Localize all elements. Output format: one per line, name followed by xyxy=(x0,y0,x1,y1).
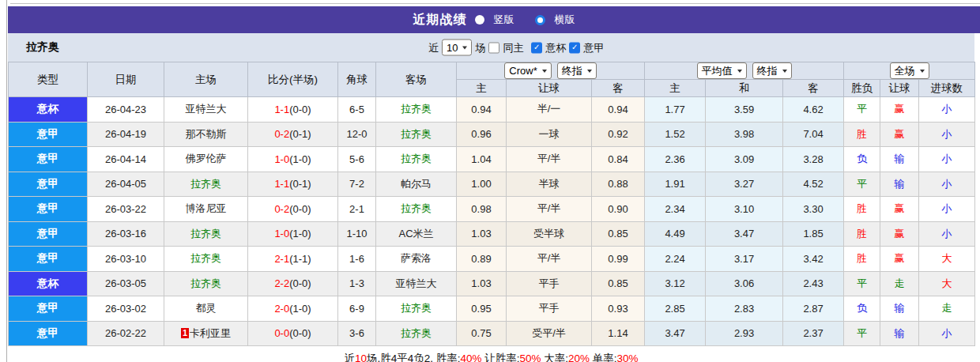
summary-bar: 近10场,胜4平4负2, 胜率:40% 让胜率:50% 大率:20% 单率:30… xyxy=(8,346,974,362)
recent-results-panel: 近期战绩 竖版 横版 拉齐奥 近 10 场 同主 意杯 意甲 xyxy=(8,6,980,362)
asian-home-odds-cell: 1.03 xyxy=(457,221,507,247)
asian-kind-select[interactable]: 终指 xyxy=(557,62,597,79)
corners-cell: 1-6 xyxy=(338,247,376,272)
vertical-layout-radio[interactable] xyxy=(475,15,484,25)
euro-away-odds-cell: 3.28 xyxy=(783,147,844,172)
asian-home-odds-cell: 1.00 xyxy=(457,172,507,197)
league-filter-checkbox[interactable] xyxy=(569,42,580,53)
asian-home-odds-cell: 1.03 xyxy=(457,271,507,296)
cup-filter-checkbox[interactable] xyxy=(531,42,542,53)
asian-away-odds-cell: 0.85 xyxy=(592,221,645,247)
handicap-result-cell: 赢 xyxy=(880,97,919,123)
euro-away-odds-cell: 2.87 xyxy=(783,296,844,322)
euro-home-odds-cell: 3.12 xyxy=(645,271,706,296)
euro-away-odds-cell: 7.04 xyxy=(783,122,844,147)
table-row: 意甲26-03-02都灵2-0(1-0)6-9拉齐奥0.95平手0.932.85… xyxy=(9,296,975,322)
panel-title: 近期战绩 xyxy=(413,12,467,28)
score-cell: 1-0(1-0) xyxy=(248,221,338,247)
euro-away-odds-cell: 3.30 xyxy=(783,197,844,222)
goals-result-subheader: 进球数 xyxy=(919,80,975,97)
asian-away-odds-cell: 0.92 xyxy=(592,122,645,147)
same-home-checkbox[interactable] xyxy=(488,42,499,53)
table-row: 意杯26-03-05拉齐奥2-2(0-0)1-3亚特兰大1.03平手0.853.… xyxy=(9,271,975,296)
score-cell: 2-1(1-1) xyxy=(248,247,338,272)
away-team-cell: 帕尔马 xyxy=(376,172,457,197)
euro-company-select[interactable]: 平均值 xyxy=(697,62,747,79)
summary-part: 40% xyxy=(460,353,481,362)
corners-cell: 6-5 xyxy=(338,97,376,123)
asian-away-odds-cell: 0.90 xyxy=(592,197,645,222)
date-cell: 26-04-19 xyxy=(88,122,164,147)
chevron-down-icon xyxy=(462,46,467,49)
result-group-header: 全场 xyxy=(844,62,975,80)
home-team-cell: 都灵 xyxy=(164,296,248,322)
chevron-down-icon xyxy=(737,70,742,73)
asian-company-select[interactable]: Crow* xyxy=(504,62,551,79)
away-team-cell: 拉齐奥 xyxy=(376,197,457,222)
euro-draw-odds-cell: 2.93 xyxy=(706,321,783,346)
asian-home-odds-cell: 0.75 xyxy=(457,321,507,346)
result-cell: 负 xyxy=(844,147,880,172)
euro-kind-select[interactable]: 终指 xyxy=(752,62,792,79)
asian-home-odds-cell: 0.95 xyxy=(457,296,507,322)
corners-cell: 1-3 xyxy=(338,271,376,296)
goals-result-cell: 小 xyxy=(919,147,975,172)
euro-away-subheader: 客 xyxy=(783,80,844,97)
home-team-cell: 那不勒斯 xyxy=(164,122,248,147)
asian-handicap-subheader: 让球 xyxy=(507,80,592,97)
home-team-cell: 亚特兰大 xyxy=(164,97,248,123)
handicap-result-cell: 赢 xyxy=(880,221,919,247)
vertical-layout-label: 竖版 xyxy=(494,13,514,27)
away-team-cell: 亚特兰大 xyxy=(376,271,457,296)
scope-select[interactable]: 全场 xyxy=(890,62,929,79)
date-header: 日期 xyxy=(88,62,164,97)
corners-cell: 6-9 xyxy=(338,296,376,322)
away-team-cell: 拉齐奥 xyxy=(376,296,457,322)
away-team-cell: AC米兰 xyxy=(376,221,457,247)
score-cell: 0-2(0-1) xyxy=(248,122,338,147)
goals-result-cell: 小 xyxy=(919,321,975,346)
horizontal-layout-radio[interactable] xyxy=(535,15,545,25)
type-cell: 意甲 xyxy=(9,247,88,272)
asian-home-odds-cell: 0.94 xyxy=(457,97,507,123)
handicap-result-cell: 输 xyxy=(880,172,919,197)
score-cell: 2-0(1-0) xyxy=(248,296,338,322)
chevron-down-icon xyxy=(587,70,592,73)
euro-away-odds-cell: 4.62 xyxy=(783,97,844,123)
summary-part: 50% xyxy=(519,353,541,362)
euro-draw-odds-cell: 2.83 xyxy=(706,296,783,322)
asian-away-odds-cell: 0.84 xyxy=(592,147,645,172)
euro-away-odds-cell: 2.37 xyxy=(783,321,844,346)
handicap-result-cell: 赢 xyxy=(880,122,919,147)
match-count-select[interactable]: 10 xyxy=(442,40,472,56)
result-cell: 平 xyxy=(844,97,880,123)
euro-draw-subheader: 和 xyxy=(706,80,783,97)
date-cell: 26-04-14 xyxy=(88,147,164,172)
titlebar: 近期战绩 竖版 横版 xyxy=(8,6,980,33)
summary-part: 大率: xyxy=(541,353,569,362)
filter-controls: 近 10 场 同主 意杯 意甲 xyxy=(428,40,604,56)
euro-away-odds-cell: 3.42 xyxy=(783,247,844,272)
away-team-cell: 拉齐奥 xyxy=(376,97,457,123)
euro-draw-odds-cell: 3.27 xyxy=(706,172,783,197)
summary-part: 近 xyxy=(344,353,355,362)
asian-handicap-cell: 半/一 xyxy=(507,97,592,123)
euro-home-odds-cell: 2.36 xyxy=(645,147,706,172)
home-header: 主场 xyxy=(164,62,248,97)
chevron-down-icon xyxy=(542,70,547,73)
result-cell: 平 xyxy=(844,321,880,346)
chevron-down-icon xyxy=(782,70,787,73)
asian-handicap-cell: 半球 xyxy=(507,172,592,197)
goals-result-cell: 大 xyxy=(919,271,975,296)
asian-away-odds-cell: 0.93 xyxy=(592,296,645,322)
asian-home-odds-cell: 0.89 xyxy=(457,247,507,272)
page-left-border xyxy=(6,0,7,362)
results-table: 类型 日期 主场 比分(半场) 角球 客场 Crow* 终指 xyxy=(8,62,975,346)
away-team-cell: 拉齐奥 xyxy=(376,122,457,147)
away-team-cell: 萨索洛 xyxy=(376,247,457,272)
table-row: 意甲26-03-16拉齐奥1-0(1-0)1-10AC米兰1.03受半球0.85… xyxy=(9,221,975,247)
asian-away-odds-cell: 0.85 xyxy=(592,271,645,296)
euro-home-odds-cell: 1.91 xyxy=(645,172,706,197)
euro-draw-odds-cell: 3.47 xyxy=(706,221,783,247)
table-row: 意杯26-04-23亚特兰大1-1(0-0)6-5拉齐奥0.94半/一0.941… xyxy=(9,97,975,123)
